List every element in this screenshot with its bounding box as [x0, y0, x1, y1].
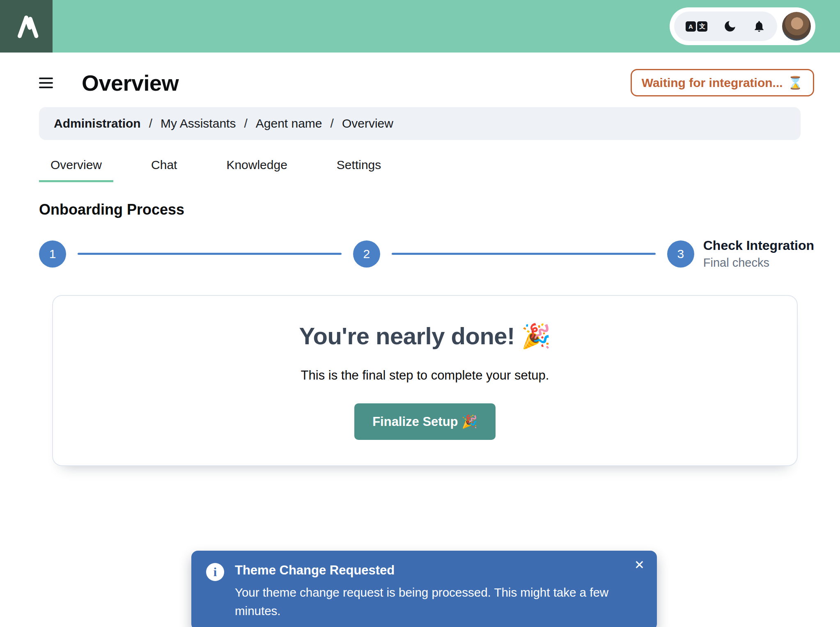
- breadcrumb-item-agent-name[interactable]: Agent name: [256, 117, 322, 130]
- header-icons-group: A 文: [674, 11, 777, 41]
- notifications-button[interactable]: [753, 20, 766, 33]
- breadcrumb-separator: /: [330, 117, 334, 130]
- card-subtext: This is the final step to complete your …: [69, 368, 780, 383]
- tab-chat[interactable]: Chat: [140, 158, 188, 182]
- onboarding-stepper: 1 2 3 Check Integration Final checks: [39, 238, 814, 270]
- dark-mode-toggle-button[interactable]: [723, 19, 737, 33]
- finalize-setup-button[interactable]: Finalize Setup 🎉: [354, 403, 496, 440]
- moon-icon: [723, 19, 737, 33]
- section-title: Onboarding Process: [39, 201, 814, 218]
- toast-body: Your theme change request is being proce…: [235, 584, 637, 620]
- page-title: Overview: [82, 70, 179, 96]
- user-avatar[interactable]: [782, 12, 811, 41]
- step-3-title: Check Integration: [703, 238, 814, 253]
- main-content: Overview Waiting for integration... ⌛ Ad…: [0, 69, 840, 466]
- tab-bar: Overview Chat Knowledge Settings: [39, 158, 814, 182]
- language-toggle-button[interactable]: A 文: [686, 21, 707, 32]
- step-3-indicator[interactable]: 3: [667, 240, 694, 268]
- hamburger-icon: [39, 78, 53, 79]
- brand-logo-icon: [12, 12, 41, 41]
- breadcrumb-separator: /: [244, 117, 247, 130]
- tab-settings[interactable]: Settings: [325, 158, 392, 182]
- breadcrumb: Administration / My Assistants / Agent n…: [39, 107, 801, 140]
- integration-status-badge: Waiting for integration... ⌛: [631, 69, 814, 96]
- toast-title: Theme Change Requested: [235, 563, 642, 578]
- step-3-labels: Check Integration Final checks: [703, 238, 814, 270]
- breadcrumb-separator: /: [149, 117, 152, 130]
- breadcrumb-item-administration[interactable]: Administration: [54, 117, 141, 130]
- status-badge-label: Waiting for integration...: [642, 76, 783, 90]
- header-controls-pill: A 文: [670, 7, 815, 45]
- card-heading: You're nearly done! 🎉: [69, 322, 780, 350]
- theme-change-toast: i Theme Change Requested Your theme chan…: [191, 551, 657, 627]
- cjk-letter-icon: 文: [697, 21, 707, 32]
- tab-knowledge[interactable]: Knowledge: [215, 158, 298, 182]
- bell-icon: [753, 20, 766, 33]
- breadcrumb-item-overview: Overview: [342, 117, 393, 130]
- hamburger-menu-button[interactable]: [39, 76, 53, 90]
- hourglass-icon: ⌛: [788, 76, 803, 90]
- toast-text: Theme Change Requested Your theme change…: [235, 561, 642, 620]
- latin-letter-icon: A: [686, 21, 696, 32]
- app-header: A 文: [0, 0, 840, 53]
- step-connector-line: [392, 253, 656, 255]
- step-3-subtitle: Final checks: [703, 256, 814, 270]
- tab-overview[interactable]: Overview: [39, 158, 113, 182]
- step-2-indicator[interactable]: 2: [353, 240, 380, 268]
- app-logo[interactable]: [0, 0, 53, 53]
- final-step-card: You're nearly done! 🎉 This is the final …: [52, 295, 798, 466]
- close-icon[interactable]: ✕: [634, 559, 645, 571]
- title-row: Overview Waiting for integration... ⌛: [39, 69, 814, 96]
- info-icon: i: [206, 563, 224, 581]
- step-1-indicator[interactable]: 1: [39, 240, 66, 268]
- step-connector-line: [78, 253, 342, 255]
- breadcrumb-item-my-assistants[interactable]: My Assistants: [161, 117, 236, 130]
